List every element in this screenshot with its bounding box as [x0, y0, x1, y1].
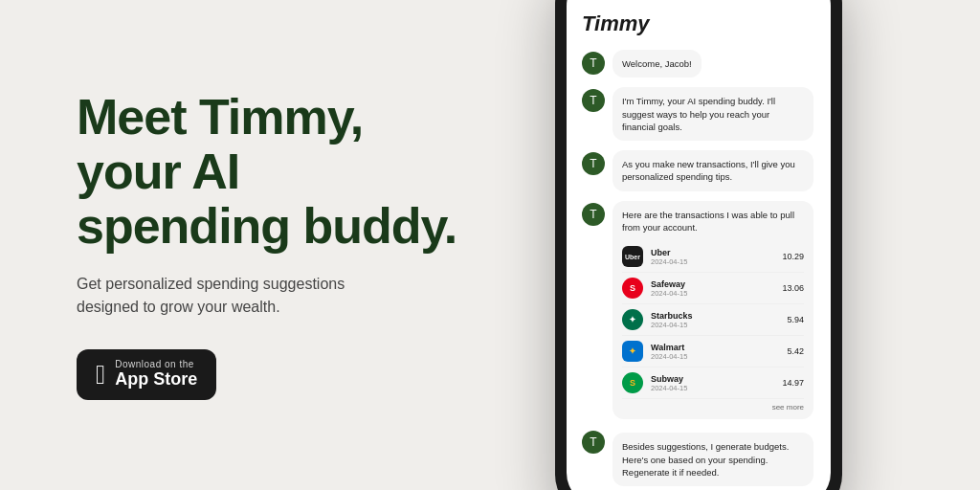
- store-name-label: App Store: [115, 369, 197, 390]
- tx-header: Here are the transactions I was able to …: [622, 209, 804, 234]
- tx-uber-name: Uber: [651, 248, 774, 257]
- tx-starbucks-amount: 5.94: [787, 315, 804, 324]
- tx-uber-amount: 10.29: [782, 252, 804, 261]
- tx-subway-info: Subway 2024-04-15: [651, 374, 774, 392]
- chat-messages: T Welcome, Jacob! T I'm Timmy, your AI s…: [582, 50, 815, 486]
- budget-bubble: Besides suggestions, I generate budgets.…: [612, 433, 813, 486]
- tx-subway-name: Subway: [651, 374, 774, 384]
- tx-safeway-amount: 13.06: [782, 283, 804, 293]
- tx-uber-date: 2024-04-15: [651, 257, 774, 266]
- tx-safeway-info: Safeway 2024-04-15: [651, 279, 774, 298]
- tx-subway-date: 2024-04-15: [651, 384, 774, 392]
- phone-screen: Timmy T Welcome, Jacob! T I'm Timmy, you…: [567, 0, 831, 490]
- tx-starbucks: ✦ Starbucks 2024-04-15 5.94: [622, 304, 804, 336]
- subtitle: Get personalized spending suggestions de…: [77, 273, 402, 319]
- tx-safeway-name: Safeway: [651, 279, 774, 289]
- starbucks-logo: ✦: [622, 309, 643, 330]
- tx-starbucks-info: Starbucks 2024-04-15: [651, 311, 779, 329]
- tx-walmart-info: Walmart 2024-04-15: [651, 343, 779, 361]
- safeway-logo: S: [622, 278, 643, 299]
- chat-message-2: T I'm Timmy, your AI spending buddy. I'l…: [582, 87, 815, 141]
- bubble-1: Welcome, Jacob!: [612, 50, 702, 78]
- download-on-label: Download on the: [115, 359, 194, 369]
- app-store-button-text: Download on the App Store: [115, 359, 197, 390]
- tx-starbucks-name: Starbucks: [651, 311, 779, 321]
- bubble-2: I'm Timmy, your AI spending buddy. I'll …: [612, 87, 813, 141]
- phone-mockup: Timmy T Welcome, Jacob! T I'm Timmy, you…: [555, 0, 842, 490]
- app-title: Timmy: [582, 8, 815, 36]
- tx-safeway: S Safeway 2024-04-15 13.06: [622, 273, 804, 304]
- app-store-button[interactable]:  Download on the App Store: [77, 349, 216, 400]
- headline: Meet Timmy, your AI spending buddy.: [77, 90, 459, 255]
- tx-walmart-name: Walmart: [651, 343, 779, 352]
- see-more[interactable]: see more: [622, 403, 804, 412]
- tx-safeway-date: 2024-04-15: [651, 289, 774, 298]
- transactions-bubble: Here are the transactions I was able to …: [612, 201, 813, 420]
- apple-icon: : [96, 362, 105, 389]
- chat-message-5: T Besides suggestions, I generate budget…: [582, 429, 815, 486]
- chat-message-3: T As you make new transactions, I'll giv…: [582, 150, 815, 191]
- timmy-avatar-2: T: [582, 89, 605, 112]
- timmy-avatar-5: T: [582, 431, 605, 454]
- tx-subway: S Subway 2024-04-15 14.97: [622, 368, 804, 399]
- tx-walmart-amount: 5.42: [787, 346, 804, 356]
- tx-walmart: ✦ Walmart 2024-04-15 5.42: [622, 336, 804, 368]
- chat-message-1: T Welcome, Jacob!: [582, 50, 815, 78]
- right-section: Timmy T Welcome, Jacob! T I'm Timmy, you…: [536, 0, 980, 490]
- phone-content: Timmy T Welcome, Jacob! T I'm Timmy, you…: [567, 0, 831, 490]
- uber-logo: Uber: [622, 246, 643, 267]
- tx-uber: Uber Uber 2024-04-15 10.29: [622, 241, 804, 273]
- timmy-avatar-1: T: [582, 52, 605, 75]
- subway-logo: S: [622, 372, 643, 393]
- walmart-logo: ✦: [622, 341, 643, 362]
- timmy-avatar-3: T: [582, 152, 605, 175]
- bubble-3: As you make new transactions, I'll give …: [612, 150, 813, 191]
- chat-message-4: T Here are the transactions I was able t…: [582, 201, 815, 420]
- tx-walmart-date: 2024-04-15: [651, 352, 779, 361]
- tx-starbucks-date: 2024-04-15: [651, 321, 779, 329]
- left-section: Meet Timmy, your AI spending buddy. Get …: [0, 33, 536, 457]
- timmy-avatar-4: T: [582, 203, 605, 226]
- tx-uber-info: Uber 2024-04-15: [651, 248, 774, 266]
- tx-subway-amount: 14.97: [782, 378, 804, 388]
